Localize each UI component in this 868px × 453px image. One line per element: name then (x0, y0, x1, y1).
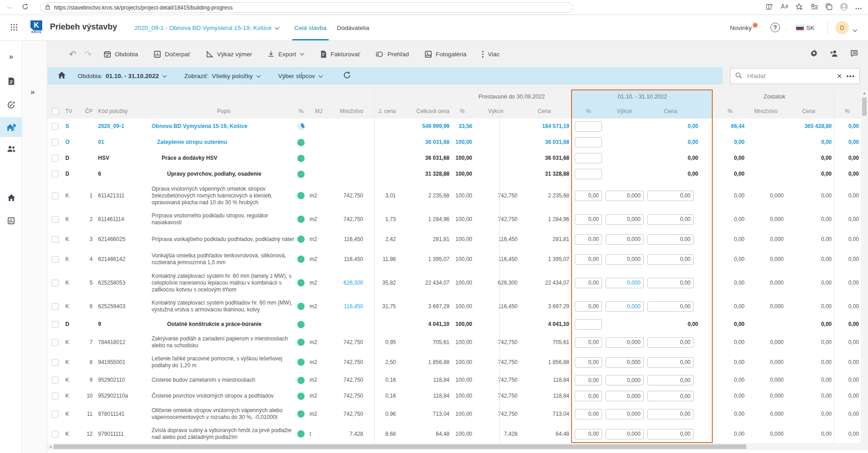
table-row[interactable]: K12979011111Zvislá doprava sutiny a vybú… (47, 424, 861, 444)
vertical-scroll-thumb[interactable] (862, 98, 867, 116)
table-row[interactable]: O01Zateplenie stropu suterénu36 031,6810… (47, 134, 861, 150)
gear-icon[interactable] (810, 49, 818, 59)
column-header[interactable]: Kód položky (98, 104, 143, 118)
sidebar-item-document[interactable] (0, 71, 22, 91)
help-icon[interactable]: ? (770, 23, 780, 32)
row-checkbox[interactable] (52, 377, 59, 384)
input-period-cena[interactable] (647, 357, 694, 368)
scroll-up-icon[interactable]: ▲ (861, 89, 868, 97)
input-period-vykon[interactable] (606, 278, 644, 288)
horizontal-scrollbar[interactable]: ◂ (47, 443, 861, 450)
toolbar-button-viac[interactable]: Viac (482, 50, 499, 58)
input-period-pct[interactable] (575, 319, 602, 330)
input-period-pct[interactable] (575, 409, 602, 419)
row-checkbox[interactable] (52, 339, 59, 346)
table-row[interactable]: K5625258053Kontaktný zateplovací systém … (47, 269, 861, 296)
user-avatar[interactable]: D (835, 21, 849, 34)
input-period-cena[interactable] (647, 254, 694, 265)
toolbar-button-v-kaz-v-mer[interactable]: Výkaz výmer (206, 50, 252, 58)
search-more-icon[interactable]: ••• (846, 72, 855, 80)
input-period-pct[interactable] (575, 357, 602, 368)
app-grid-menu-icon[interactable] (10, 23, 18, 33)
input-period-vykon[interactable] (606, 301, 644, 312)
input-period-vykon[interactable] (606, 191, 644, 201)
input-period-pct[interactable] (575, 137, 602, 148)
row-checkbox[interactable] (52, 139, 59, 146)
browser-reload-icon[interactable] (22, 3, 29, 12)
redo-icon[interactable]: ↷ (84, 49, 92, 59)
input-period-cena[interactable] (647, 214, 694, 225)
column-picker[interactable]: Výber stĺpcov (278, 73, 323, 79)
input-period-pct[interactable] (575, 214, 602, 225)
row-checkbox[interactable] (52, 192, 59, 199)
search-box[interactable]: ✕ ••• (730, 68, 860, 84)
column-header[interactable]: Cena (519, 104, 569, 118)
table-row[interactable]: S2020_09-1Obnova BD Vymyslená 15-19, Koš… (47, 118, 861, 134)
input-period-cena[interactable] (647, 375, 694, 385)
language-label[interactable]: SK (806, 25, 814, 31)
search-input[interactable] (746, 72, 833, 80)
input-period-cena[interactable] (647, 409, 694, 419)
table-row[interactable]: K1611421311Oprava vnútorných vápenných o… (47, 182, 861, 209)
collections-icon[interactable] (825, 3, 833, 12)
row-checkbox[interactable] (52, 280, 59, 286)
news-link[interactable]: Novinky (730, 25, 752, 31)
sidebar-item-home[interactable] (0, 187, 22, 207)
read-aloud-icon[interactable] (780, 3, 788, 11)
select-all-checkbox[interactable] (52, 108, 59, 115)
column-header[interactable]: % (715, 104, 745, 118)
column-header[interactable]: Množstvo (748, 104, 784, 118)
input-period-cena[interactable] (647, 191, 694, 201)
row-checkbox[interactable] (52, 393, 59, 399)
undo-icon[interactable]: ↶ (69, 49, 76, 59)
row-checkbox[interactable] (52, 303, 59, 310)
input-period-pct[interactable] (575, 153, 602, 163)
sidebar-item-sync-check[interactable] (0, 95, 22, 115)
column-header[interactable]: % (575, 104, 602, 118)
person-add-icon[interactable] (830, 49, 838, 59)
input-period-cena[interactable] (647, 301, 694, 312)
row-checkbox[interactable] (52, 411, 59, 418)
avatar-chevron-icon[interactable] (853, 26, 858, 34)
input-period-pct[interactable] (575, 234, 602, 245)
column-header[interactable]: Výkon (606, 104, 644, 118)
table-row[interactable]: K11978011141Otlčenie omietok stropov vnú… (47, 404, 861, 424)
toolbar-button-do-erpa-[interactable]: Dočerpať (153, 50, 190, 58)
table-row[interactable]: K3621466025Príprava vonkajšieho podkladu… (47, 229, 861, 249)
column-header[interactable]: Množstvo (325, 104, 363, 118)
input-period-pct[interactable] (575, 121, 602, 132)
clear-search-icon[interactable]: ✕ (837, 72, 843, 80)
row-checkbox[interactable] (52, 359, 59, 366)
toolbar-button-preh-ad[interactable]: Prehľad (375, 50, 409, 58)
sidebar-item-chart-bars[interactable] (0, 211, 22, 231)
tab-cela-stavba[interactable]: Celá stavba (294, 25, 326, 31)
input-period-vykon[interactable] (606, 234, 644, 245)
input-period-pct[interactable] (575, 391, 602, 401)
column-header[interactable]: % (452, 104, 472, 118)
input-period-cena[interactable] (647, 337, 694, 348)
column-header[interactable]: Cena (785, 104, 832, 118)
add-favorite-icon[interactable] (795, 3, 803, 12)
table-row[interactable]: D9Ostatné konštrukcie a práce-búranie4 0… (47, 316, 861, 332)
input-period-pct[interactable] (575, 375, 602, 385)
input-period-pct[interactable] (575, 169, 602, 179)
sidebar-item-people[interactable] (0, 138, 22, 158)
column-header[interactable]: Celková cena (398, 104, 449, 118)
table-row[interactable]: K9952902110Cistenie budov zametaním v mi… (47, 372, 861, 388)
profile-icon[interactable] (840, 3, 848, 12)
horizontal-scroll-thumb[interactable] (54, 444, 746, 449)
input-period-pct[interactable] (575, 278, 602, 288)
browser-back-icon[interactable]: ← (5, 2, 14, 11)
table-row[interactable]: K10952902110aČistenie povrchov vnútornýc… (47, 388, 861, 404)
input-period-vykon[interactable] (606, 391, 644, 401)
column-header[interactable]: Popis (151, 104, 297, 118)
table-row[interactable]: K4621466142Vonkajšia omietka podhľadov t… (47, 249, 861, 269)
column-header[interactable]: ČP (75, 104, 93, 118)
period-filter[interactable]: Obdobia: 01.10. - 31.10.2022 (78, 73, 167, 79)
row-checkbox[interactable] (52, 431, 59, 438)
input-period-vykon[interactable] (606, 254, 644, 265)
tab-dodavatelia[interactable]: Dodávatelia (337, 25, 369, 31)
row-checkbox[interactable] (52, 155, 59, 162)
column-header[interactable]: J. cena (365, 104, 396, 118)
input-period-vykon[interactable] (606, 337, 644, 348)
